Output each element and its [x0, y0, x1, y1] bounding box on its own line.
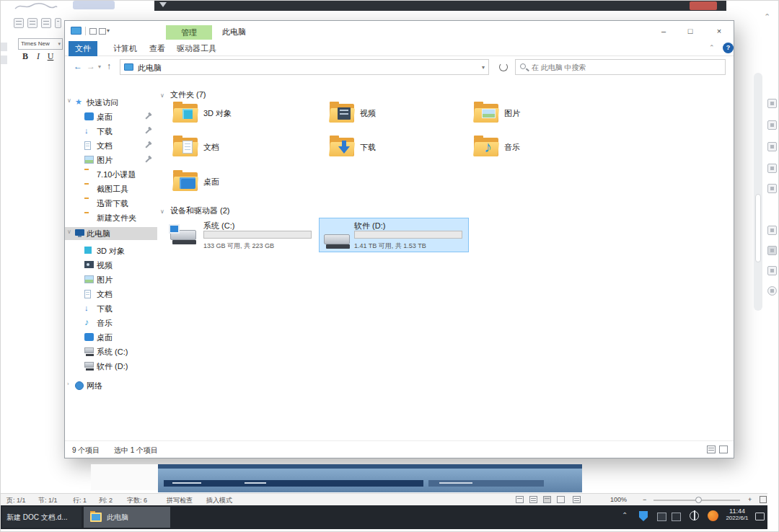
sidebar-item-documents[interactable]: 文档 [65, 288, 157, 301]
taskbar-item-document[interactable]: 新建 DOC 文档.d... [2, 507, 82, 528]
address-bar[interactable]: 此电脑 ▾ [120, 59, 489, 75]
sidebar-item-3d-objects[interactable]: 3D 对象 [65, 244, 157, 257]
sidebar-item-drive-d[interactable]: 软件 (D:) [65, 360, 157, 373]
folder-label[interactable]: 桌面 [203, 177, 219, 187]
input-method-icon[interactable] [690, 511, 699, 520]
sidebar-item-quick-access[interactable]: ∨ ★ 快速访问 [65, 96, 157, 109]
sidebar-item-pictures[interactable]: 图片 [65, 154, 157, 167]
quick-access-newfolder-icon[interactable] [99, 28, 106, 35]
sidebar-item-network[interactable]: › 网络 [65, 379, 157, 392]
italic-button[interactable]: I [32, 51, 44, 62]
tray-app-icon[interactable] [657, 513, 666, 521]
quick-access-properties-icon[interactable] [89, 28, 97, 35]
pen-tool-icon[interactable] [767, 99, 777, 108]
redo-icon[interactable] [55, 18, 61, 28]
folder-tile-music[interactable]: ♪ [474, 136, 498, 156]
record-button[interactable] [690, 1, 717, 10]
underline-button[interactable]: U [45, 51, 56, 62]
dropdown-arrow-icon[interactable] [159, 2, 167, 7]
zoom-slider[interactable] [653, 500, 740, 501]
close-button[interactable]: × [708, 25, 730, 38]
font-name-select[interactable]: Times New ▾ [18, 38, 63, 50]
tab-computer[interactable]: 计算机 [107, 41, 144, 56]
read-view-icon[interactable] [516, 496, 524, 503]
folder-label[interactable]: 下载 [360, 142, 376, 153]
ribbon-manage-group[interactable]: 管理 [166, 25, 212, 40]
zoom-level[interactable]: 100% [610, 496, 627, 503]
folder-tile-videos[interactable] [330, 102, 354, 123]
image-tool-icon[interactable] [767, 184, 777, 193]
zoom-in-button[interactable]: + [748, 496, 752, 503]
folder-label[interactable]: 3D 对象 [203, 108, 232, 119]
sidebar-item-pictures[interactable]: 图片 [65, 273, 157, 286]
tab-view[interactable]: 查看 [143, 41, 172, 56]
sidebar-item-desktop[interactable]: 桌面 [65, 110, 157, 123]
sidebar-item-folder[interactable]: 截图工具 [65, 182, 157, 195]
quick-access-customize-icon[interactable]: ▾ [107, 27, 110, 34]
sidebar-item-downloads[interactable]: ↓ 下载 [65, 302, 157, 315]
sidebar-item-desktop[interactable]: 桌面 [65, 331, 157, 344]
folder-label[interactable]: 文档 [203, 142, 219, 153]
eraser-tool-icon[interactable] [767, 286, 777, 296]
forward-button[interactable]: → [87, 61, 95, 71]
collapse-chevron-icon[interactable]: ⌃ [764, 12, 770, 22]
check-tool-icon[interactable] [767, 266, 777, 275]
back-button[interactable]: ← [74, 61, 82, 71]
folder-tile-desktop[interactable] [173, 171, 198, 191]
zoom-slider-thumb[interactable] [695, 497, 702, 503]
search-input[interactable]: 在 此电脑 中搜索 [515, 59, 726, 75]
save-icon[interactable] [14, 18, 24, 28]
minimize-button[interactable]: – [653, 25, 674, 38]
group-header-drives[interactable]: ∨ 设备和驱动器 (2) [160, 205, 229, 216]
chevron-expanded-icon[interactable]: ∨ [67, 97, 71, 104]
maximize-button[interactable]: □ [679, 25, 701, 38]
column-view-icon[interactable] [529, 496, 537, 503]
print-icon[interactable] [27, 18, 38, 28]
thumbnail-view-icon[interactable] [719, 445, 728, 453]
browser-icon[interactable] [708, 510, 718, 521]
sidebar-item-folder[interactable]: 新建文件夹 [65, 211, 157, 224]
web-view-icon[interactable] [557, 496, 565, 503]
tab-file[interactable]: 文件 [69, 41, 97, 56]
fit-page-icon[interactable] [760, 496, 767, 503]
sidebar-item-folder[interactable]: 7.10小课题 [65, 168, 157, 181]
textbox-tool-icon[interactable] [767, 246, 777, 255]
drive-tile-d[interactable]: 软件 (D:) 1.41 TB 可用, 共 1.53 TB [319, 218, 469, 252]
sidebar-item-documents[interactable]: 文档 [65, 139, 157, 152]
folder-tile-downloads[interactable] [330, 136, 354, 156]
page-view-icon[interactable] [543, 496, 551, 503]
chevron-down-icon[interactable]: ▾ [482, 64, 485, 71]
group-header-folders[interactable]: ∨ 文件夹 (7) [160, 89, 206, 100]
sidebar-item-videos[interactable]: 视频 [65, 259, 157, 272]
zoom-out-button[interactable]: − [643, 496, 646, 503]
ribbon-collapse-icon[interactable]: ⌃ [709, 44, 715, 51]
recent-locations-icon[interactable]: ▾ [98, 63, 101, 70]
cursor-tool-icon[interactable] [767, 120, 777, 130]
folder-label[interactable]: 视频 [360, 108, 376, 119]
folder-tile-documents[interactable] [173, 136, 198, 156]
tray-app-icon[interactable] [672, 513, 681, 521]
refresh-icon[interactable] [499, 63, 508, 71]
chevron-expanded-icon[interactable]: ∨ [67, 229, 71, 235]
notification-center-icon[interactable] [755, 513, 765, 520]
sidebar-item-downloads[interactable]: ↓ 下载 [65, 125, 157, 138]
outline-view-icon[interactable] [573, 496, 581, 503]
folder-label[interactable]: 音乐 [504, 142, 520, 153]
folder-tile-3d-objects[interactable] [173, 102, 198, 123]
details-view-icon[interactable] [707, 445, 716, 453]
taskbar-item-explorer[interactable]: 此电脑 [84, 507, 170, 528]
security-shield-icon[interactable] [639, 511, 648, 521]
lock-tool-icon[interactable] [767, 142, 777, 151]
folder-tile-pictures[interactable] [474, 102, 498, 123]
tray-expand-icon[interactable]: ⌃ [622, 511, 628, 519]
chevron-collapsed-icon[interactable]: › [67, 381, 69, 387]
scrollbar[interactable] [754, 73, 762, 311]
undo-icon[interactable] [41, 18, 51, 28]
help-icon[interactable]: ? [723, 43, 734, 53]
sidebar-item-this-pc[interactable]: ∨ 此电脑 [65, 227, 157, 240]
breadcrumb[interactable]: 此电脑 [138, 63, 162, 74]
tab-drive-tools[interactable]: 驱动器工具 [170, 41, 223, 56]
sidebar-item-drive-c[interactable]: 系统 (C:) [65, 345, 157, 358]
spellcheck-status[interactable]: 拼写检查 [167, 496, 193, 505]
taskbar-clock[interactable]: 11:44 2022/6/1 [722, 507, 752, 521]
